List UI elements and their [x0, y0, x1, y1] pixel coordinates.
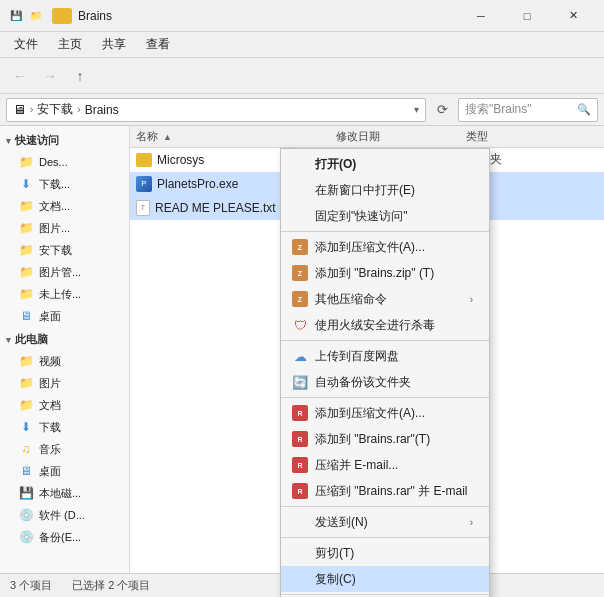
sidebar-item-document[interactable]: 📁 文档 — [0, 394, 129, 416]
cm-compress-rar-email-text: 压缩到 "Brains.rar" 并 E-mail — [315, 483, 473, 500]
sidebar-item-download[interactable]: ⬇ 下载... — [0, 173, 129, 195]
col-name-arrow: ▲ — [163, 132, 172, 142]
si-label-video: 视频 — [39, 354, 61, 369]
title-folder-icon — [52, 8, 72, 24]
menu-file[interactable]: 文件 — [4, 32, 48, 57]
sidebar-item-des[interactable]: 📁 Des... — [0, 151, 129, 173]
si-label-picture: 图片 — [39, 376, 61, 391]
cm-send-to[interactable]: 发送到(N) › — [281, 509, 489, 535]
cm-compress-email[interactable]: R 压缩并 E-mail... — [281, 452, 489, 478]
window-icon-folder: 📁 — [28, 8, 44, 24]
cm-cut[interactable]: 剪切(T) — [281, 540, 489, 566]
music-icon: ♫ — [18, 441, 34, 457]
search-box[interactable]: 搜索"Brains" 🔍 — [458, 98, 598, 122]
cm-sep-2 — [281, 340, 489, 341]
cm-upload-text: 上传到百度网盘 — [315, 348, 473, 365]
sidebar-item-picture[interactable]: 📁 图片 — [0, 372, 129, 394]
cm-other-compress[interactable]: Z 其他压缩命令 › — [281, 286, 489, 312]
cm-antivirus[interactable]: 🛡 使用火绒安全进行杀毒 — [281, 312, 489, 338]
sidebar-item-pics[interactable]: 📁 图片... — [0, 217, 129, 239]
cm-add-rar-text: 添加到压缩文件(A)... — [315, 405, 473, 422]
up-button[interactable]: ↑ — [66, 62, 94, 90]
sidebar-item-anxz[interactable]: 📁 安下载 — [0, 239, 129, 261]
folder-icon-docs: 📁 — [18, 198, 34, 214]
sidebar-item-dl[interactable]: ⬇ 下载 — [0, 416, 129, 438]
si-label-imgmgr: 图片管... — [39, 265, 81, 280]
bc-dropdown-arrow[interactable]: ▾ — [414, 104, 419, 115]
forward-button[interactable]: → — [36, 62, 64, 90]
pc-arrow: ▾ — [6, 335, 11, 345]
cm-compress-email-text: 压缩并 E-mail... — [315, 457, 473, 474]
breadcrumb-icon: 🖥 — [13, 102, 26, 117]
col-date[interactable]: 修改日期 — [330, 129, 460, 144]
cm-sendto-arrow: › — [470, 517, 473, 528]
close-button[interactable]: ✕ — [550, 0, 596, 32]
sidebar-item-upload[interactable]: 📁 未上传... — [0, 283, 129, 305]
window-icon-save: 💾 — [8, 8, 24, 24]
cm-open-new-window[interactable]: 在新窗口中打开(E) — [281, 177, 489, 203]
down-icon: ⬇ — [18, 176, 34, 192]
document-icon: 📁 — [18, 397, 34, 413]
cm-copy[interactable]: 复制(C) — [281, 566, 489, 592]
picture-icon: 📁 — [18, 375, 34, 391]
si-label-music: 音乐 — [39, 442, 61, 457]
txt-file-icon: T — [136, 200, 150, 216]
cm-add-rar[interactable]: R 添加到压缩文件(A)... — [281, 400, 489, 426]
search-icon: 🔍 — [577, 103, 591, 116]
si-label-des: Des... — [39, 156, 68, 168]
sidebar-item-video[interactable]: 📁 视频 — [0, 350, 129, 372]
cm-add-brains-zip[interactable]: Z 添加到 "Brains.zip" (T) — [281, 260, 489, 286]
sidebar-item-desktop[interactable]: 🖥 桌面 — [0, 305, 129, 327]
refresh-button[interactable]: ⟳ — [430, 98, 454, 122]
minimize-button[interactable]: ─ — [458, 0, 504, 32]
e-drive-icon: 💿 — [18, 529, 34, 545]
cm-add-archive[interactable]: Z 添加到压缩文件(A)... — [281, 234, 489, 260]
search-placeholder: 搜索"Brains" — [465, 101, 532, 118]
cm-rar-icon-1: R — [291, 404, 309, 422]
breadcrumb[interactable]: 🖥 › 安下载 › Brains ▾ — [6, 98, 426, 122]
sidebar-item-desk2[interactable]: 🖥 桌面 — [0, 460, 129, 482]
cm-other-compress-text: 其他压缩命令 — [315, 291, 464, 308]
folder-icon-pics: 📁 — [18, 220, 34, 236]
cm-sendto-text: 发送到(N) — [315, 514, 464, 531]
menu-home[interactable]: 主页 — [48, 32, 92, 57]
si-label-dl: 下载 — [39, 420, 61, 435]
folder-icon-imgmgr: 📁 — [18, 264, 34, 280]
quickaccess-section: ▾ 快速访问 📁 Des... ⬇ 下载... 📁 文档... 📁 图片... … — [0, 130, 129, 327]
sidebar-item-e[interactable]: 💿 备份(E... — [0, 526, 129, 548]
cm-cut-icon — [291, 544, 309, 562]
cm-open-icon — [291, 155, 309, 173]
cm-add-archive-text: 添加到压缩文件(A)... — [315, 239, 473, 256]
cm-upload-baidu[interactable]: ☁ 上传到百度网盘 — [281, 343, 489, 369]
thispc-header[interactable]: ▾ 此电脑 — [0, 329, 129, 350]
sidebar-item-d[interactable]: 💿 软件 (D... — [0, 504, 129, 526]
cm-auto-backup[interactable]: 🔄 自动备份该文件夹 — [281, 369, 489, 395]
sidebar-item-docs[interactable]: 📁 文档... — [0, 195, 129, 217]
bc-brains[interactable]: Brains — [85, 103, 119, 117]
cm-sep-5 — [281, 537, 489, 538]
col-type[interactable]: 类型 — [460, 129, 540, 144]
bc-arrow-2: › — [77, 104, 80, 115]
cm-sep-3 — [281, 397, 489, 398]
cm-open[interactable]: 打开(O) — [281, 151, 489, 177]
si-label-anxz: 安下载 — [39, 243, 72, 258]
bc-download[interactable]: 安下载 — [37, 101, 73, 118]
cm-brains-rar-text: 添加到 "Brains.rar"(T) — [315, 431, 473, 448]
si-label-docs: 文档... — [39, 199, 70, 214]
sidebar-item-music[interactable]: ♫ 音乐 — [0, 438, 129, 460]
sidebar-item-c[interactable]: 💾 本地磁... — [0, 482, 129, 504]
si-label-pics: 图片... — [39, 221, 70, 236]
title-bar-icons: 💾 📁 — [8, 8, 44, 24]
cm-add-brains-rar[interactable]: R 添加到 "Brains.rar"(T) — [281, 426, 489, 452]
sidebar-item-imgmgr[interactable]: 📁 图片管... — [0, 261, 129, 283]
menu-view[interactable]: 查看 — [136, 32, 180, 57]
cm-pin-quickaccess[interactable]: 固定到"快速访问" — [281, 203, 489, 229]
cm-compress-rar-email[interactable]: R 压缩到 "Brains.rar" 并 E-mail — [281, 478, 489, 504]
menu-share[interactable]: 共享 — [92, 32, 136, 57]
col-type-label: 类型 — [466, 130, 488, 142]
col-name[interactable]: 名称 ▲ — [130, 129, 330, 144]
maximize-button[interactable]: □ — [504, 0, 550, 32]
selected-count: 已选择 2 个项目 — [72, 578, 150, 593]
back-button[interactable]: ← — [6, 62, 34, 90]
quickaccess-header[interactable]: ▾ 快速访问 — [0, 130, 129, 151]
